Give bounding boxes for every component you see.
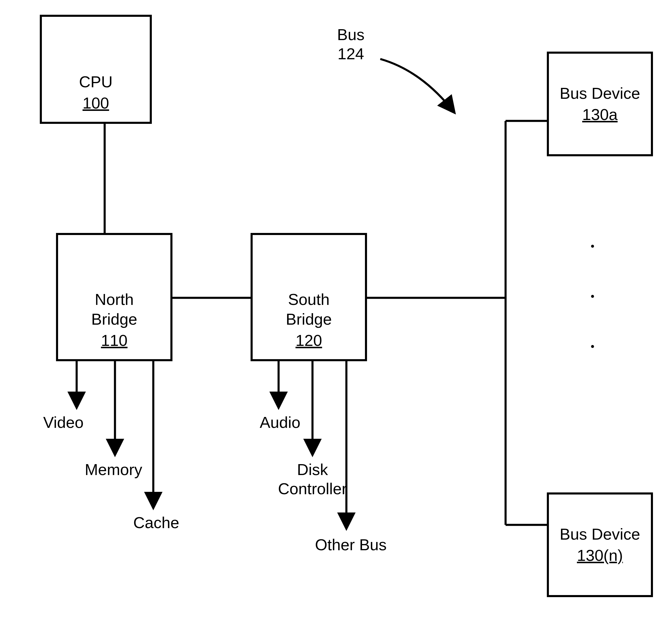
ellipsis-dot [591, 245, 594, 248]
ellipsis-dot [591, 345, 594, 348]
block-cpu: CPU 100 [40, 15, 152, 124]
block-south-bridge-title: South Bridge [286, 289, 332, 329]
block-north-bridge-title: North Bridge [91, 289, 137, 329]
block-south-bridge-ref: 120 [295, 331, 322, 350]
nb-output-memory: Memory [80, 460, 147, 479]
block-bus-device-n: Bus Device 130(n) [547, 492, 653, 597]
block-bus-device-n-title: Bus Device [560, 524, 640, 544]
architecture-diagram: CPU 100 North Bridge 110 South Bridge 12… [0, 0, 668, 644]
sb-output-disk-controller: Disk Controller [271, 460, 354, 498]
block-bus-device-n-ref: 130(n) [577, 545, 623, 566]
block-south-bridge: South Bridge 120 [250, 233, 367, 361]
block-cpu-title: CPU [79, 72, 112, 92]
block-north-bridge-ref: 110 [101, 331, 127, 350]
block-north-bridge: North Bridge 110 [56, 233, 172, 361]
block-bus-device-a: Bus Device 130a [547, 51, 653, 156]
block-bus-device-a-ref: 130a [582, 105, 618, 125]
nb-output-cache: Cache [127, 513, 186, 532]
bus-label: Bus 124 [321, 25, 380, 63]
block-bus-device-a-title: Bus Device [560, 84, 640, 104]
ellipsis-dot [591, 295, 594, 298]
sb-output-audio: Audio [250, 413, 309, 432]
block-cpu-ref: 100 [82, 93, 109, 113]
sb-output-other-bus: Other Bus [307, 535, 395, 554]
nb-output-video: Video [34, 413, 93, 432]
